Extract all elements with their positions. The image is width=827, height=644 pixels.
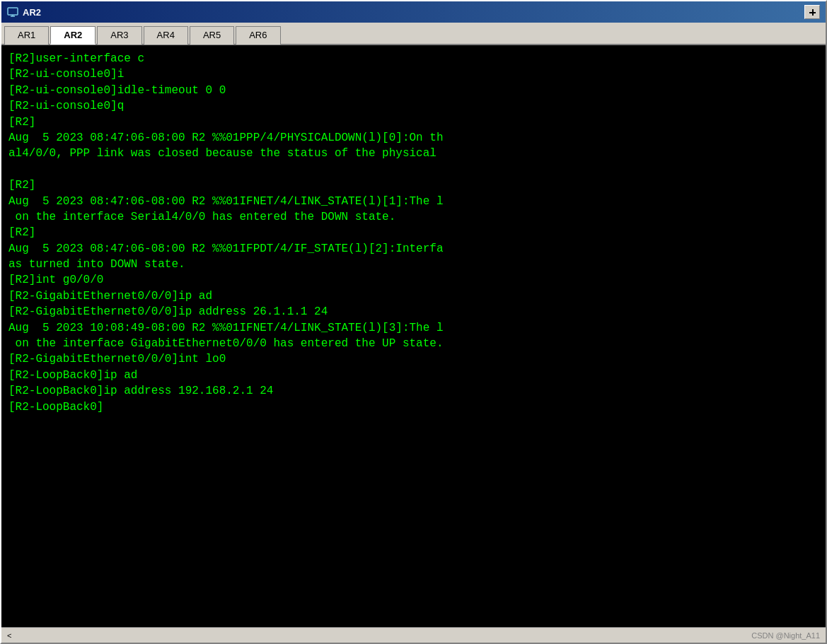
minimize-button[interactable] — [804, 5, 820, 19]
app-icon — [7, 6, 18, 18]
svg-rect-0 — [8, 8, 18, 15]
main-window: AR2 AR1 AR2 AR3 AR4 AR5 AR6 [R2]user-int… — [0, 0, 827, 644]
tab-ar2[interactable]: AR2 — [50, 26, 96, 45]
terminal-content: [R2]user-interface c [R2-ui-console0]i [… — [8, 51, 819, 415]
status-left: < — [7, 631, 11, 640]
title-controls — [804, 5, 820, 19]
status-right: CSDN @Night_A11 — [751, 631, 820, 640]
tab-bar: AR1 AR2 AR3 AR4 AR5 AR6 — [1, 23, 826, 45]
tab-ar5[interactable]: AR5 — [190, 26, 234, 45]
tab-ar3[interactable]: AR3 — [97, 26, 141, 45]
status-bar: < CSDN @Night_A11 — [1, 627, 826, 643]
tab-ar6[interactable]: AR6 — [236, 26, 280, 45]
tab-ar4[interactable]: AR4 — [144, 26, 188, 45]
title-bar: AR2 — [1, 1, 826, 23]
title-bar-left: AR2 — [7, 6, 41, 18]
svg-rect-4 — [812, 9, 814, 16]
window-title: AR2 — [23, 7, 41, 18]
terminal-area[interactable]: [R2]user-interface c [R2-ui-console0]i [… — [1, 45, 826, 627]
tab-ar1[interactable]: AR1 — [4, 26, 49, 45]
